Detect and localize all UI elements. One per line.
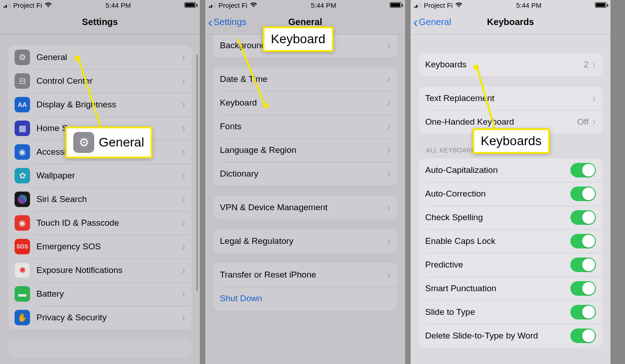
chevron-right-icon: › bbox=[387, 39, 391, 52]
nav-bar: ‹ General Keyboards bbox=[411, 10, 610, 35]
battery-row-icon: ▬ bbox=[15, 286, 30, 302]
row-control-center[interactable]: ⊟ Control Center › bbox=[8, 69, 192, 93]
back-button[interactable]: ‹ Settings bbox=[208, 10, 246, 34]
chevron-right-icon: › bbox=[182, 146, 185, 158]
siri-icon bbox=[15, 192, 30, 207]
row-label: Legal & Regulatory bbox=[220, 236, 387, 246]
row-label: Display & Brightness bbox=[36, 100, 182, 110]
row-spelling: Check Spelling bbox=[419, 206, 602, 229]
nav-bar: Settings bbox=[0, 10, 200, 35]
row-value: Off bbox=[577, 117, 589, 127]
chevron-right-icon: › bbox=[182, 264, 185, 277]
row-label: Transfer or Reset iPhone bbox=[220, 270, 387, 280]
chevron-right-icon: › bbox=[387, 144, 391, 157]
gear-icon: ⚙ bbox=[73, 132, 94, 153]
row-label: Text Replacement bbox=[425, 93, 592, 103]
row-label: VPN & Device Management bbox=[220, 202, 387, 212]
wifi-icon bbox=[455, 1, 462, 9]
row-label: General bbox=[36, 52, 182, 62]
display-icon: AA bbox=[15, 97, 30, 112]
status-bar: Project Fi 5:44 PM bbox=[205, 0, 405, 10]
callout-label: Keyboards bbox=[481, 134, 542, 148]
chevron-right-icon: › bbox=[182, 75, 185, 87]
row-capslock: Enable Caps Lock bbox=[419, 229, 602, 253]
row-keyboard[interactable]: Keyboard › bbox=[213, 91, 397, 115]
signal-icon bbox=[209, 2, 216, 8]
chevron-right-icon: › bbox=[182, 122, 185, 135]
scrollbar[interactable] bbox=[196, 55, 198, 291]
row-label: Shut Down bbox=[220, 293, 391, 303]
row-label: Smart Punctuation bbox=[425, 283, 570, 293]
toggle-autocap[interactable] bbox=[570, 163, 596, 177]
row-battery[interactable]: ▬ Battery › bbox=[8, 282, 192, 306]
row-dictionary[interactable]: Dictionary › bbox=[213, 162, 397, 186]
toggle-slide[interactable] bbox=[570, 305, 596, 319]
chevron-right-icon: › bbox=[182, 240, 185, 253]
chevron-right-icon: › bbox=[182, 98, 185, 111]
row-display[interactable]: AA Display & Brightness › bbox=[8, 93, 192, 116]
status-bar: Project Fi 5:44 PM bbox=[0, 0, 200, 10]
carrier-label: Project Fi bbox=[424, 1, 452, 9]
callout-label: General bbox=[99, 135, 144, 150]
row-legal[interactable]: Legal & Regulatory › bbox=[213, 229, 397, 253]
row-touchid[interactable]: ◉ Touch ID & Passcode › bbox=[8, 211, 192, 235]
row-date-time[interactable]: Date & Time › bbox=[213, 67, 397, 91]
wifi-icon bbox=[45, 1, 52, 9]
row-language-region[interactable]: Language & Region › bbox=[213, 138, 397, 162]
page-title: Keyboards bbox=[487, 17, 534, 27]
row-vpn[interactable]: VPN & Device Management › bbox=[213, 196, 397, 219]
row-value: 2 bbox=[584, 60, 589, 70]
flower-icon: ✿ bbox=[15, 168, 30, 183]
row-label: Delete Slide-to-Type by Word bbox=[425, 331, 570, 341]
row-general[interactable]: ⚙ General › bbox=[8, 46, 192, 69]
row-wallpaper[interactable]: ✿ Wallpaper › bbox=[8, 164, 192, 187]
signal-icon bbox=[4, 2, 10, 8]
row-privacy[interactable]: ✋ Privacy & Security › bbox=[8, 306, 192, 329]
row-keyboards[interactable]: Keyboards 2 › bbox=[419, 53, 602, 76]
callout-label: Keyboard bbox=[271, 32, 325, 46]
row-transfer-reset[interactable]: Transfer or Reset iPhone › bbox=[213, 263, 397, 287]
row-sos[interactable]: SOS Emergency SOS › bbox=[8, 235, 192, 258]
chevron-right-icon: › bbox=[182, 193, 185, 206]
toggle-capslock[interactable] bbox=[570, 234, 596, 248]
back-button[interactable]: ‹ General bbox=[413, 10, 451, 34]
row-label: Auto-Correction bbox=[425, 189, 570, 199]
row-label: Emergency SOS bbox=[36, 242, 182, 252]
row-siri[interactable]: Siri & Search › bbox=[8, 187, 192, 211]
row-fonts[interactable]: Fonts › bbox=[213, 115, 397, 138]
row-shut-down[interactable]: Shut Down bbox=[213, 287, 397, 310]
carrier-label: Project Fi bbox=[218, 1, 247, 9]
row-label: Battery bbox=[36, 289, 182, 299]
chevron-right-icon: › bbox=[182, 288, 185, 300]
row-label: Date & Time bbox=[220, 74, 387, 84]
time-label: 5:44 PM bbox=[106, 1, 131, 9]
callout-keyboards: Keyboards bbox=[473, 128, 550, 154]
wifi-icon bbox=[250, 1, 257, 9]
row-text-replacement[interactable]: Text Replacement › bbox=[419, 86, 602, 110]
back-label: General bbox=[419, 17, 451, 27]
battery-icon bbox=[595, 2, 607, 8]
row-label: Slide to Type bbox=[425, 307, 570, 317]
exposure-icon: ✺ bbox=[15, 263, 30, 278]
next-section-peek bbox=[8, 339, 192, 358]
chevron-right-icon: › bbox=[182, 169, 185, 182]
toggle-predictive[interactable] bbox=[570, 258, 596, 272]
toggle-delete-slide[interactable] bbox=[570, 329, 596, 343]
toggle-smartpunc[interactable] bbox=[570, 281, 596, 296]
row-smartpunc: Smart Punctuation bbox=[419, 277, 602, 300]
chevron-right-icon: › bbox=[592, 116, 596, 128]
chevron-right-icon: › bbox=[387, 201, 391, 214]
chevron-right-icon: › bbox=[592, 92, 596, 105]
time-label: 5:44 PM bbox=[311, 1, 336, 9]
chevron-right-icon: › bbox=[592, 58, 596, 71]
row-exposure[interactable]: ✺ Exposure Notifications › bbox=[8, 258, 192, 282]
page-title: Settings bbox=[82, 17, 118, 27]
row-predictive: Predictive bbox=[419, 253, 602, 277]
callout-keyboard: Keyboard bbox=[263, 26, 334, 52]
toggle-spelling[interactable] bbox=[570, 210, 596, 225]
chevron-left-icon: ‹ bbox=[413, 15, 418, 29]
page-title: General bbox=[288, 17, 322, 27]
toggle-autocorrect[interactable] bbox=[570, 187, 596, 201]
row-autocap: Auto-Capitalization bbox=[419, 158, 602, 182]
chevron-right-icon: › bbox=[387, 235, 391, 248]
